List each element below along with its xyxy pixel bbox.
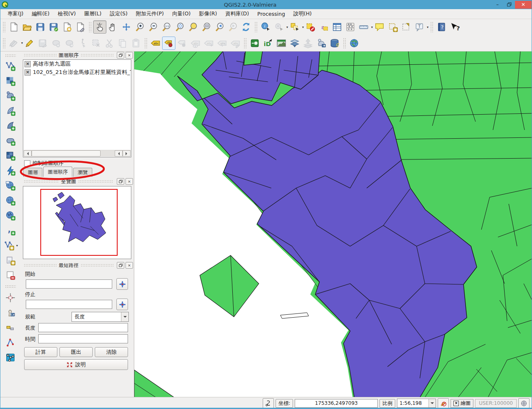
field-calculator-button[interactable] — [344, 20, 357, 34]
menu-item-9[interactable]: Processing — [253, 10, 289, 18]
pick-stop-point-button[interactable] — [116, 299, 128, 310]
scrollbar-thumb[interactable] — [32, 150, 101, 157]
cut-features-button[interactable] — [103, 37, 116, 50]
add-oracle-layer-button[interactable] — [4, 135, 17, 147]
export-button[interactable]: 匯出 — [59, 347, 93, 357]
new-shapefile-layer-button[interactable] — [3, 239, 15, 252]
menu-item-2[interactable]: 檢視(V) — [54, 9, 80, 19]
scrollbar-track[interactable] — [32, 150, 115, 157]
layer-list-horizontal-scrollbar[interactable] — [24, 150, 131, 157]
zoom-in-button[interactable] — [133, 20, 146, 34]
refresh-map-button[interactable] — [239, 20, 253, 34]
length-input[interactable] — [38, 323, 128, 332]
criterion-select[interactable]: 長度 — [71, 312, 129, 322]
gps-information-button[interactable] — [4, 291, 17, 304]
pan-to-selection-button[interactable] — [120, 20, 133, 34]
float-panel-icon[interactable] — [117, 262, 124, 269]
control-rendering-order-checkbox[interactable]: 控制繪圖順序 — [24, 160, 64, 167]
toolbar-grip-handle[interactable] — [144, 38, 147, 49]
plugin-image-viewer-button[interactable] — [275, 37, 288, 50]
toolbar-grip-handle[interactable] — [2, 38, 5, 49]
upload-layers-button[interactable] — [301, 37, 315, 50]
pick-start-point-button[interactable] — [116, 278, 128, 290]
time-input[interactable] — [38, 334, 128, 343]
zoom-to-layer-button[interactable] — [200, 20, 213, 34]
zoom-last-button[interactable] — [213, 20, 226, 34]
coordinate-value[interactable]: 175336,2497093 — [295, 399, 378, 408]
scale-select[interactable]: 1:56,198 — [397, 399, 436, 408]
float-panel-icon[interactable] — [117, 178, 124, 185]
save-layer-edits-button[interactable] — [36, 37, 49, 50]
clear-button[interactable]: 清除 — [95, 347, 128, 357]
open-project-button[interactable] — [20, 20, 34, 34]
toolbar-grip-handle[interactable] — [2, 22, 5, 32]
road-graph-button[interactable] — [4, 336, 17, 349]
layer-order-item[interactable]: ×高雄市第九選區 — [23, 60, 131, 68]
layer-visibility-checkbox[interactable]: × — [25, 61, 31, 67]
new-bookmark-button[interactable] — [386, 20, 399, 34]
zoom-next-button[interactable] — [226, 20, 239, 34]
osm-place-search-button[interactable] — [347, 37, 361, 50]
scroll-left-icon[interactable] — [24, 150, 32, 157]
dropdown-arrow-icon[interactable]: ▾ — [427, 25, 429, 29]
add-spatialite-layer-button[interactable] — [4, 105, 17, 117]
stop-input[interactable] — [26, 300, 112, 309]
add-postgis-layer-button[interactable] — [4, 90, 17, 102]
render-checkbox[interactable]: × 繪圖 — [451, 399, 473, 408]
overview-map[interactable] — [23, 186, 131, 259]
checkbox-box[interactable] — [24, 160, 30, 167]
close-panel-icon[interactable]: × — [126, 262, 133, 269]
postgres-export-button[interactable] — [315, 37, 328, 50]
overview-extent-rectangle[interactable] — [40, 189, 118, 256]
paste-features-button[interactable] — [129, 37, 143, 50]
map-tips-button[interactable] — [373, 20, 386, 34]
new-print-composer-button[interactable] — [60, 20, 74, 34]
offline-editing-button[interactable]: C# — [4, 306, 17, 319]
interpolation-button[interactable] — [4, 321, 17, 334]
toolbar-grip-handle[interactable] — [5, 54, 16, 57]
select-features-button[interactable] — [288, 20, 301, 34]
pan-map-button[interactable] — [106, 20, 120, 34]
dropdown-arrow-icon[interactable]: ▾ — [16, 244, 18, 247]
menu-item-7[interactable]: 影像(R) — [195, 9, 221, 19]
coordinate-capture-button[interactable] — [263, 398, 274, 408]
menu-item-1[interactable]: 編輯(E) — [27, 9, 54, 19]
render-checkbox-box[interactable]: × — [453, 401, 459, 406]
dock-tab-圖層[interactable]: 圖層 — [23, 168, 42, 177]
add-vector-layer-button[interactable] — [4, 60, 17, 72]
save-project-button[interactable] — [34, 20, 47, 34]
toolbar-grip-handle[interactable] — [244, 38, 246, 49]
float-panel-icon[interactable] — [117, 52, 124, 59]
topology-checker-button[interactable] — [4, 351, 17, 364]
start-input[interactable] — [26, 279, 112, 289]
close-panel-icon[interactable]: × — [126, 178, 133, 185]
help-contents-button[interactable]: ? — [435, 20, 448, 34]
identify-features-button[interactable]: i — [259, 20, 272, 34]
zoom-out-button[interactable] — [146, 20, 160, 34]
touch-zoom-button[interactable] — [93, 20, 106, 34]
text-annotation-button[interactable]: T — [413, 20, 426, 34]
toggle-editing-button[interactable] — [23, 37, 36, 50]
new-project-button[interactable] — [7, 20, 20, 34]
zoom-native-button[interactable]: 1:1 — [160, 20, 173, 34]
show-bookmarks-button[interactable] — [399, 20, 413, 34]
rotate-label-button[interactable]: abc — [215, 37, 229, 50]
plugin-layers-button[interactable] — [288, 37, 301, 50]
add-wms-layer-button[interactable] — [4, 149, 17, 162]
move-label-button[interactable]: abc — [202, 37, 215, 50]
menu-item-3[interactable]: 圖層(L) — [80, 9, 106, 19]
stop-render-button[interactable] — [438, 398, 449, 408]
menu-item-4[interactable]: 設定(S) — [106, 9, 132, 19]
minimize-button[interactable]: – — [492, 1, 503, 9]
dock-tab-瀏覽[interactable]: 瀏覽 — [73, 168, 92, 177]
run-feature-action-button[interactable] — [272, 20, 286, 34]
add-raster-layer-button[interactable] — [4, 75, 17, 87]
toolbar-grip-handle[interactable] — [343, 38, 346, 49]
menu-item-8[interactable]: 資料庫(D) — [221, 9, 253, 19]
crs-status-button[interactable] — [518, 398, 530, 408]
layer-labeling-pinned-button[interactable]: ab — [162, 37, 175, 50]
dock-tab-圖層順序[interactable]: 圖層順序 — [43, 167, 72, 177]
add-www-layer-button[interactable] — [4, 194, 17, 207]
save-project-as-button[interactable] — [47, 20, 60, 34]
scroll-left-icon[interactable] — [115, 150, 123, 157]
